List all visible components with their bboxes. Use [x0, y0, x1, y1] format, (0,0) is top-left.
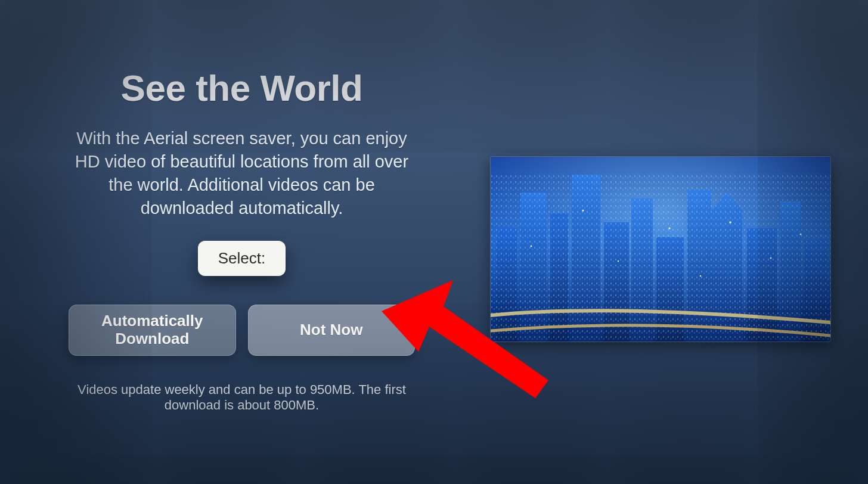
automatically-download-button[interactable]: Automatically Download [69, 305, 236, 356]
svg-rect-17 [491, 175, 830, 342]
aerial-setup-screen: See the World With the Aerial screen sav… [0, 0, 868, 484]
svg-point-24 [770, 257, 772, 259]
footnote-text: Videos update weekly and can be up to 95… [69, 382, 415, 413]
page-title: See the World [69, 67, 415, 109]
button-label: Automatically Download [79, 312, 225, 348]
left-column: See the World With the Aerial screen sav… [69, 67, 415, 448]
city-skyline-icon [491, 157, 830, 342]
svg-point-18 [531, 246, 532, 247]
button-row: Automatically Download Not Now [69, 305, 415, 356]
aerial-preview-thumbnail [490, 156, 831, 342]
not-now-button[interactable]: Not Now [248, 305, 416, 356]
button-label: Not Now [300, 321, 362, 339]
svg-point-23 [729, 221, 731, 224]
description-text: With the Aerial screen saver, you can en… [69, 127, 415, 221]
svg-point-25 [800, 234, 802, 235]
svg-point-21 [668, 227, 670, 229]
svg-point-19 [582, 209, 584, 211]
svg-point-22 [700, 275, 702, 277]
svg-point-20 [618, 260, 619, 262]
select-label-pill: Select: [198, 241, 286, 276]
